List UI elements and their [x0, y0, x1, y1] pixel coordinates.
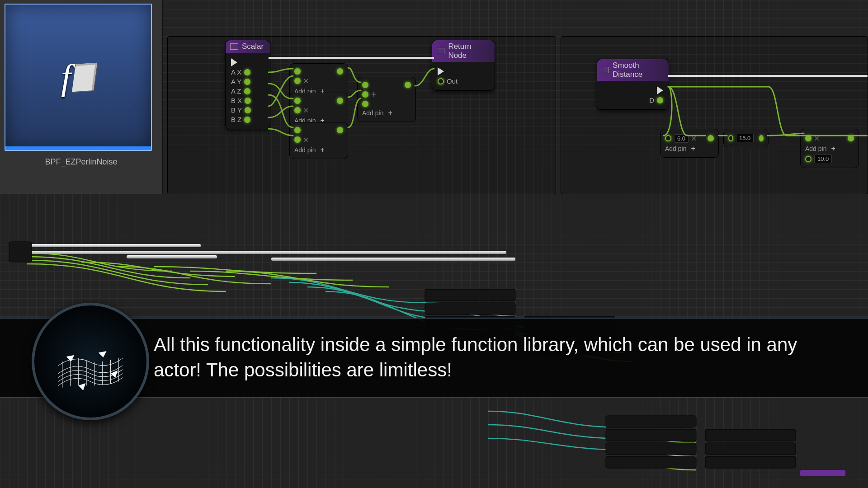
function-library-icon: f: [61, 57, 95, 98]
svg-rect-15: [800, 470, 845, 476]
svg-rect-12: [705, 429, 796, 441]
svg-marker-19: [78, 383, 85, 390]
function-glyph: f: [61, 57, 71, 98]
svg-rect-9: [606, 429, 696, 441]
svg-rect-14: [705, 456, 796, 468]
thumbnail-underline: [5, 146, 151, 150]
mesh-grid-icon: [50, 325, 131, 398]
svg-rect-2: [425, 303, 515, 314]
product-badge: [32, 303, 149, 420]
promo-banner-text: All this functionality inside a simple f…: [154, 332, 841, 383]
svg-marker-17: [99, 351, 107, 357]
svg-rect-8: [606, 416, 696, 427]
content-browser-panel: f BPF_EZPerlinNoise: [0, 0, 163, 194]
graph-region-top-left: [167, 36, 556, 194]
book-icon: [72, 63, 97, 92]
svg-rect-11: [606, 456, 696, 468]
asset-name-label[interactable]: BPF_EZPerlinNoise: [5, 157, 158, 167]
svg-rect-1: [425, 289, 515, 301]
svg-rect-13: [705, 443, 796, 455]
asset-thumbnail[interactable]: f: [5, 4, 152, 151]
svg-rect-10: [606, 443, 696, 455]
graph-region-top-right: [561, 36, 868, 194]
svg-rect-0: [9, 242, 32, 262]
